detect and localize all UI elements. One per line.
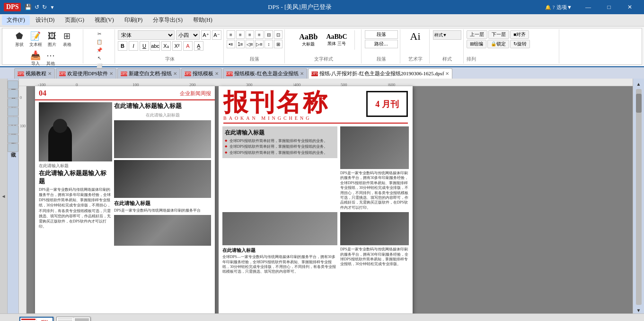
paste-button[interactable]: 📌 <box>92 46 106 54</box>
save-icon[interactable]: 💾 <box>25 4 32 11</box>
sidebar-item-library[interactable]: 图库 <box>8 80 18 89</box>
bullet-button[interactable]: •≡ <box>227 40 235 48</box>
tab-close-3[interactable]: ✕ <box>215 71 219 76</box>
bottom-image <box>222 212 337 245</box>
font-shrink-button[interactable]: A⁻ <box>212 30 221 40</box>
menu-file[interactable]: 文件(F) <box>2 15 30 25</box>
subscript-button[interactable]: X₂ <box>161 41 171 51</box>
thumb-page-1[interactable] <box>56 317 90 321</box>
line-spacing-button[interactable]: ↕ <box>265 40 273 48</box>
align-button[interactable]: ■对齐 <box>510 30 529 39</box>
doc-tab-0[interactable]: DPS 视频教程 ✕ <box>14 68 55 79</box>
minimize-button[interactable]: — <box>578 0 599 14</box>
small-image-3 <box>114 215 211 246</box>
menu-share[interactable]: 分享导出(S) <box>148 15 187 25</box>
path-button[interactable]: 路径... <box>365 40 398 48</box>
cursor-button[interactable]: ↖ <box>92 54 106 62</box>
qat-dropdown-icon[interactable]: ▼ <box>50 5 54 10</box>
strikethrough-button[interactable]: abc <box>150 41 160 51</box>
borders-button[interactable]: ⊞ <box>274 40 282 48</box>
menu-help[interactable]: 帮助(H) <box>188 15 217 25</box>
settings-label[interactable]: 选项▼ <box>556 4 572 11</box>
menu-print[interactable]: 印刷(P) <box>120 15 148 25</box>
numbering-button[interactable]: 1≡ <box>236 40 245 48</box>
close-button[interactable]: ✕ <box>619 0 640 14</box>
doc-tab-2[interactable]: DPS 新建空白文档·报纸 ✕ <box>117 68 180 79</box>
bell-icon[interactable]: 🔔 <box>545 5 551 10</box>
cut-button[interactable]: ✂ <box>92 30 106 37</box>
scroll-thumb[interactable] <box>636 94 642 113</box>
copy-button[interactable]: 📋 <box>92 38 106 45</box>
doc-tab-1[interactable]: DPS 欢迎使用DPS软件 ✕ <box>56 68 116 79</box>
style-dropdown[interactable]: 样式▼ <box>433 30 461 40</box>
art-text-button[interactable]: Ai <box>410 30 421 43</box>
shape-button[interactable]: ⬟ 形状 <box>12 30 26 49</box>
indent-button[interactable]: ⊡ <box>274 30 282 39</box>
italic-button[interactable]: I <box>129 41 138 51</box>
undo-icon[interactable]: ↺ <box>35 4 39 11</box>
align-left-button[interactable]: ≡ <box>227 30 235 39</box>
align-right-button[interactable]: ≡ <box>246 30 254 39</box>
underline-button[interactable]: U <box>140 41 149 51</box>
canvas-area[interactable]: -100 0 100 200 300 |400 500 |600 0 100 <box>19 79 633 313</box>
scroll-track <box>636 89 642 305</box>
move-down-button[interactable]: 下一层 <box>488 30 509 39</box>
style-body[interactable]: AaBbC 黑体 三号 <box>323 32 350 48</box>
tab-close-0[interactable]: ✕ <box>48 71 52 76</box>
thumbnail-item-1[interactable]: 02版－03版 <box>56 317 90 321</box>
sidebar-item-shape[interactable]: 形状 <box>8 134 18 143</box>
thumb-header-0 <box>21 319 35 320</box>
tab-close-2[interactable]: ✕ <box>173 71 177 76</box>
tab-close-5[interactable]: ✕ <box>445 71 449 76</box>
bottom-left: 在此请输入标题 全球DPS—一家专业数码与传统网络媒体印刷的服务平台，拥有30多… <box>222 212 337 275</box>
image-button[interactable]: 🖼 图片 <box>45 30 59 49</box>
font-size-select[interactable]: 小四 <box>176 30 200 40</box>
import-button[interactable]: 📥 导入 <box>28 50 43 68</box>
bold-button[interactable]: B <box>118 41 127 51</box>
redo-icon[interactable]: ↻ <box>42 4 47 11</box>
sidebar-item-background[interactable]: 背景 <box>8 89 18 98</box>
group-button[interactable]: ⊞组编 <box>467 40 486 48</box>
font-grow-button[interactable]: A⁺ <box>201 30 211 40</box>
scroll-up-button[interactable]: ▲ <box>634 80 644 87</box>
style-headline[interactable]: AaBb 大标题 <box>296 31 321 49</box>
menu-design[interactable]: 设计(D) <box>31 15 60 25</box>
tab-close-4[interactable]: ✕ <box>300 71 304 76</box>
menu-view[interactable]: 视图(V) <box>90 15 119 25</box>
sidebar-item-template[interactable]: 模板 <box>8 125 18 134</box>
textbox-button[interactable]: 📝 文本框 <box>27 30 44 49</box>
page-nav-left[interactable]: ◄ <box>0 79 8 313</box>
menu-page[interactable]: 页面(G) <box>60 15 89 25</box>
more-button[interactable]: ⋯ 其他 <box>44 50 58 68</box>
right-scrollbar: ▲ ▼ <box>633 79 644 313</box>
doc-tab-3[interactable]: DPS 报纸模板 ✕ <box>181 68 222 79</box>
superscript-button[interactable]: X² <box>172 41 182 51</box>
right-article-title: 在此请输入标题输入标题 <box>114 102 211 110</box>
maximize-button[interactable]: □ <box>599 0 619 14</box>
lock-button[interactable]: 🔒锁定 <box>487 40 509 48</box>
distribute-button[interactable]: ⊟ <box>265 30 273 39</box>
small-image-2 <box>114 160 211 198</box>
font-color-button[interactable]: A <box>183 41 193 51</box>
sidebar-item-layout[interactable]: 版式 <box>8 116 18 125</box>
thumb-page-0[interactable]: 报刊 <box>19 317 53 321</box>
font-name-select[interactable]: 宋体 <box>118 30 175 40</box>
align-justify-button[interactable]: ≡ <box>255 30 264 39</box>
rotate-button[interactable]: ↻旋转 <box>510 40 530 48</box>
doc-tab-5[interactable]: DPS 报纸-八开报对折-红色主题企业报纸20190306-1625.dpsf … <box>308 68 453 79</box>
font-highlight-button[interactable]: A̲ <box>194 41 203 51</box>
sidebar-item-border[interactable]: 边框 <box>8 98 18 107</box>
table-button[interactable]: ⊞ 表格 <box>60 30 74 49</box>
sidebar-item-favorites[interactable]: 收藏 <box>8 143 18 152</box>
thumbnail-item-0[interactable]: 报刊 04版－01版 <box>19 317 53 321</box>
sidebar-item-material[interactable]: 素材 <box>8 107 18 116</box>
move-up-button[interactable]: 上一层 <box>467 30 487 39</box>
scroll-down-button[interactable]: ▼ <box>634 307 644 313</box>
outdent-button[interactable]: ◁≡ <box>246 40 254 48</box>
align-center-button[interactable]: ≡ <box>236 30 245 39</box>
paragraph-button[interactable]: 段落 <box>365 30 398 39</box>
doc-tab-4[interactable]: DPS 报纸模板-红色主题企业报纸 ✕ <box>223 68 307 79</box>
help-icon[interactable]: ? <box>553 5 555 10</box>
indent2-button[interactable]: ▷≡ <box>255 40 264 48</box>
tab-close-1[interactable]: ✕ <box>109 71 113 76</box>
